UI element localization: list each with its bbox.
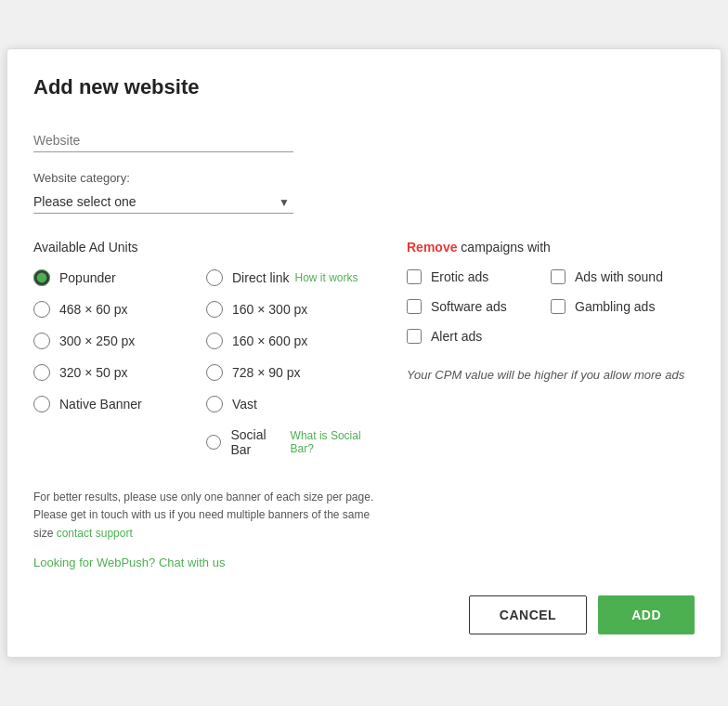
remove-word: Remove: [407, 240, 457, 255]
checkbox-gambling-ads[interactable]: [551, 299, 566, 314]
radio-label-160x300: 160 × 300 px: [232, 302, 307, 317]
radio-728x90[interactable]: [206, 364, 223, 381]
radio-item-direct-link[interactable]: Direct link How it works: [206, 269, 379, 286]
radio-label-social-bar: Social Bar: [230, 427, 284, 457]
checkbox-label-alert-ads: Alert ads: [431, 329, 482, 344]
ad-units-col-right: Direct link How it works 160 × 300 px 16…: [206, 269, 379, 472]
radio-label-300x250: 300 × 250 px: [59, 333, 135, 348]
remove-suffix: campaigns with: [457, 240, 550, 255]
radio-label-direct-link: Direct link: [232, 270, 289, 285]
cpm-note: Your CPM value will be higher if you all…: [407, 368, 695, 382]
radio-vast[interactable]: [206, 396, 223, 412]
radio-label-popunder: Popunder: [59, 270, 116, 285]
webpush-chat-link[interactable]: Looking for WebPush? Chat with us: [33, 556, 379, 569]
ad-units-title: Available Ad Units: [33, 240, 379, 255]
radio-item-vast[interactable]: Vast: [206, 396, 379, 412]
remove-col-left: Erotic ads Software ads Alert ads: [407, 269, 551, 359]
add-website-dialog: Add new website Website category: Please…: [6, 48, 722, 658]
checkbox-erotic-ads[interactable]: [407, 269, 422, 284]
left-section: Available Ad Units Popunder 468 × 60 px …: [33, 240, 379, 569]
radio-item-160x300[interactable]: 160 × 300 px: [206, 301, 379, 318]
contact-support-link[interactable]: contact support: [57, 527, 133, 540]
ad-units-grid: Popunder 468 × 60 px 300 × 250 px 320 × …: [33, 269, 379, 472]
radio-item-popunder[interactable]: Popunder: [33, 269, 206, 286]
radio-item-468x60[interactable]: 468 × 60 px: [33, 301, 206, 318]
radio-label-320x50: 320 × 50 px: [59, 365, 128, 380]
checkbox-label-software-ads: Software ads: [431, 299, 507, 314]
right-section: Remove campaigns with Erotic ads Softwar…: [379, 240, 695, 569]
radio-item-320x50[interactable]: 320 × 50 px: [33, 364, 206, 381]
radio-popunder[interactable]: [33, 269, 50, 286]
category-select-wrapper: Please select one ▼: [33, 190, 293, 214]
radio-320x50[interactable]: [33, 364, 50, 381]
cancel-button[interactable]: CANCEL: [469, 595, 587, 634]
ad-units-col-left: Popunder 468 × 60 px 300 × 250 px 320 × …: [33, 269, 206, 472]
checkbox-label-ads-with-sound: Ads with sound: [575, 269, 663, 284]
radio-direct-link[interactable]: [206, 269, 223, 286]
checkbox-item-erotic-ads[interactable]: Erotic ads: [407, 269, 551, 284]
dialog-title: Add new website: [33, 75, 695, 99]
radio-item-social-bar[interactable]: Social Bar What is Social Bar?: [206, 427, 379, 457]
dialog-footer: CANCEL ADD: [33, 595, 695, 634]
remove-section-title: Remove campaigns with: [407, 240, 695, 255]
remove-col-right: Ads with sound Gambling ads: [551, 269, 695, 359]
checkbox-item-software-ads[interactable]: Software ads: [407, 299, 551, 314]
checkbox-item-gambling-ads[interactable]: Gambling ads: [551, 299, 695, 314]
checkbox-label-gambling-ads: Gambling ads: [575, 299, 655, 314]
add-button[interactable]: ADD: [598, 595, 695, 634]
radio-item-160x600[interactable]: 160 × 600 px: [206, 333, 379, 349]
checkbox-ads-with-sound[interactable]: [551, 269, 566, 284]
info-text: For better results, please use only one …: [33, 489, 379, 543]
category-label: Website category:: [33, 171, 695, 185]
radio-label-vast: Vast: [232, 397, 257, 412]
radio-300x250[interactable]: [33, 333, 50, 349]
radio-label-native-banner: Native Banner: [59, 397, 142, 412]
radio-social-bar[interactable]: [206, 434, 221, 451]
radio-item-300x250[interactable]: 300 × 250 px: [33, 333, 206, 349]
how-it-works-link[interactable]: How it works: [294, 271, 358, 284]
checkbox-software-ads[interactable]: [407, 299, 422, 314]
checkbox-item-ads-with-sound[interactable]: Ads with sound: [551, 269, 695, 284]
checkbox-label-erotic-ads: Erotic ads: [431, 269, 488, 284]
website-input[interactable]: [33, 129, 293, 152]
radio-160x300[interactable]: [206, 301, 223, 318]
checkbox-item-alert-ads[interactable]: Alert ads: [407, 329, 551, 344]
radio-label-468x60: 468 × 60 px: [59, 302, 128, 317]
what-is-social-bar-link[interactable]: What is Social Bar?: [291, 429, 379, 455]
checkbox-alert-ads[interactable]: [407, 329, 422, 344]
radio-item-728x90[interactable]: 728 × 90 px: [206, 364, 379, 381]
category-select[interactable]: Please select one: [33, 190, 293, 214]
radio-item-native-banner[interactable]: Native Banner: [33, 396, 206, 412]
radio-label-160x600: 160 × 600 px: [232, 333, 307, 348]
radio-native-banner[interactable]: [33, 396, 50, 412]
radio-label-728x90: 728 × 90 px: [232, 365, 301, 380]
radio-468x60[interactable]: [33, 301, 50, 318]
sections-container: Available Ad Units Popunder 468 × 60 px …: [33, 240, 695, 569]
remove-grid: Erotic ads Software ads Alert ads Ads wi…: [407, 269, 695, 359]
radio-160x600[interactable]: [206, 333, 223, 349]
